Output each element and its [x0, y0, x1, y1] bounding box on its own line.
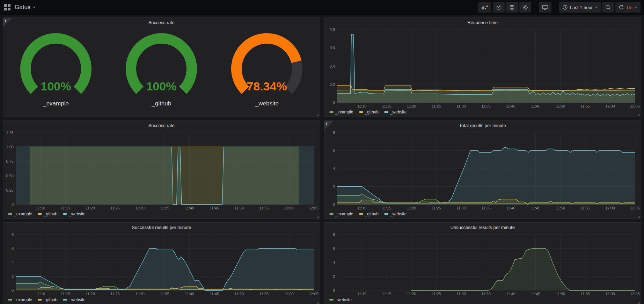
panel-resize-handle[interactable] — [317, 113, 319, 116]
x-axis-tick: 11:45 — [210, 206, 219, 210]
legend-item-_website[interactable]: _website — [63, 212, 85, 216]
x-axis-tick: 11:20 — [407, 206, 416, 210]
x-axis-tick: 11:25 — [110, 292, 120, 296]
dashboard-grid-icon[interactable] — [4, 4, 10, 10]
x-axis-tick: 11:15 — [382, 292, 391, 296]
x-axis-tick: 11:20 — [86, 292, 95, 296]
legend: _example_github_website — [324, 211, 641, 218]
gauge-_example: 100%_example — [4, 32, 108, 107]
x-axis-tick: 12:00 — [605, 206, 615, 210]
legend-swatch — [8, 213, 12, 215]
x-axis-tick: 11:35 — [481, 104, 491, 108]
panel-title[interactable]: Success rate — [3, 121, 320, 130]
x-axis-tick: 11:10 — [36, 292, 45, 296]
gauge-value: 100% — [146, 80, 177, 93]
x-axis-tick: 11:45 — [531, 206, 540, 210]
timeseries-plot[interactable]: 11:1011:1511:2011:2511:3011:3511:4011:45… — [324, 232, 641, 297]
x-axis-tick: 11:10 — [357, 206, 366, 210]
panel-total-results: i Total results per minute 11:1011:1511:… — [324, 120, 642, 219]
series-fill-_website — [16, 249, 314, 290]
legend: _example_github_website — [3, 211, 320, 218]
y-axis-tick: 2 — [332, 185, 335, 189]
save-button[interactable] — [506, 2, 518, 13]
legend-item-_example[interactable]: _example — [329, 110, 353, 114]
timeseries-plot[interactable]: 11:1011:1511:2011:2511:3011:3511:4011:45… — [3, 130, 320, 211]
panel-title[interactable]: Successful results per minute — [3, 223, 320, 232]
share-button[interactable] — [493, 2, 505, 13]
legend-item-_example[interactable]: _example — [329, 212, 353, 216]
legend-swatch — [63, 213, 67, 215]
legend-item-_website[interactable]: _website — [384, 212, 407, 216]
legend-swatch — [359, 213, 363, 215]
time-range-picker[interactable]: Last 1 hour — [559, 2, 601, 13]
legend-item-_website[interactable]: _website — [329, 297, 352, 302]
y-axis-tick: 0.75 — [6, 159, 14, 163]
y-axis-tick: 0 — [12, 202, 14, 207]
x-axis-tick: 11:45 — [210, 292, 219, 296]
panel-resize-handle[interactable] — [638, 113, 640, 116]
y-axis-tick: 6 — [12, 246, 14, 251]
series-fill-_website — [16, 147, 314, 205]
panel-resize-handle[interactable] — [638, 301, 640, 304]
legend-swatch — [359, 111, 363, 113]
legend-label: _website — [335, 297, 352, 302]
time-range-label: Last 1 hour — [570, 5, 593, 10]
dashboard-title-dropdown[interactable]: Gatus — [15, 4, 36, 11]
panel-info-corner[interactable]: i — [3, 18, 12, 27]
panel-title[interactable]: Unsuccessful results per minute — [324, 223, 641, 232]
x-axis-tick: 12:00 — [605, 104, 615, 108]
legend-swatch — [329, 299, 334, 301]
legend-label: _example — [335, 110, 353, 114]
x-axis-tick: 12:00 — [284, 292, 294, 296]
zoom-out-button[interactable] — [602, 2, 614, 13]
panel-title[interactable]: Total results per minute — [324, 121, 641, 130]
legend-swatch — [63, 299, 67, 301]
legend-label: _example — [14, 297, 32, 302]
y-axis-tick: 1.00 — [6, 145, 14, 149]
x-axis-tick: 12:05 — [630, 206, 640, 210]
legend: _example_github_website — [324, 109, 641, 117]
x-axis-tick: 12:05 — [309, 206, 319, 210]
panel-resize-handle[interactable] — [317, 215, 319, 218]
legend-label: _website — [69, 212, 85, 216]
legend-swatch — [38, 213, 42, 215]
legend-item-_github[interactable]: _github — [38, 297, 57, 302]
timeseries-plot[interactable]: 11:1011:1511:2011:2511:3011:3511:4011:45… — [324, 130, 641, 211]
y-axis-tick: 2 — [12, 274, 14, 279]
x-axis-tick: 11:30 — [456, 104, 466, 108]
timeseries-plot[interactable]: 11:1011:1511:2011:2511:3011:3511:4011:45… — [3, 232, 320, 297]
y-axis-tick: 2 — [332, 274, 335, 279]
settings-button[interactable] — [519, 2, 531, 13]
legend-swatch — [329, 111, 334, 113]
legend-item-_github[interactable]: _github — [359, 212, 379, 216]
legend-item-_website[interactable]: _website — [384, 110, 407, 114]
legend-item-_example[interactable]: _example — [8, 297, 32, 302]
panel-resize-handle[interactable] — [638, 215, 640, 218]
x-axis-tick: 11:15 — [61, 206, 70, 210]
x-axis-tick: 11:20 — [86, 206, 95, 210]
x-axis-tick: 11:40 — [506, 104, 515, 108]
legend-label: _example — [14, 212, 32, 216]
clock-icon — [562, 5, 568, 10]
legend-item-_github[interactable]: _github — [38, 212, 57, 216]
panel-title[interactable]: Response time — [324, 18, 641, 27]
add-panel-button[interactable] — [478, 2, 491, 13]
panel-title[interactable]: Success rate — [3, 18, 320, 27]
add-panel-icon — [481, 5, 488, 10]
tv-mode-button[interactable] — [539, 2, 551, 13]
x-axis-tick: 11:35 — [160, 292, 169, 296]
panel-resize-handle[interactable] — [317, 301, 319, 304]
legend-item-_website[interactable]: _website — [63, 297, 85, 302]
legend-label: _website — [390, 212, 407, 216]
timeseries-plot[interactable]: 11:1011:1511:2011:2511:3011:3511:4011:45… — [324, 27, 641, 109]
y-axis-tick: 0.2 — [329, 82, 335, 87]
panel-info-corner[interactable]: i — [324, 121, 334, 130]
refresh-icon — [619, 5, 624, 10]
legend-item-_github[interactable]: _github — [359, 110, 379, 114]
legend-item-_example[interactable]: _example — [8, 212, 32, 216]
x-axis-tick: 11:15 — [382, 206, 391, 210]
refresh-interval-label: 1m — [626, 5, 632, 10]
series-fill-_website — [337, 147, 635, 205]
x-axis-tick: 11:15 — [382, 104, 391, 108]
refresh-picker[interactable]: 1m — [615, 2, 641, 13]
